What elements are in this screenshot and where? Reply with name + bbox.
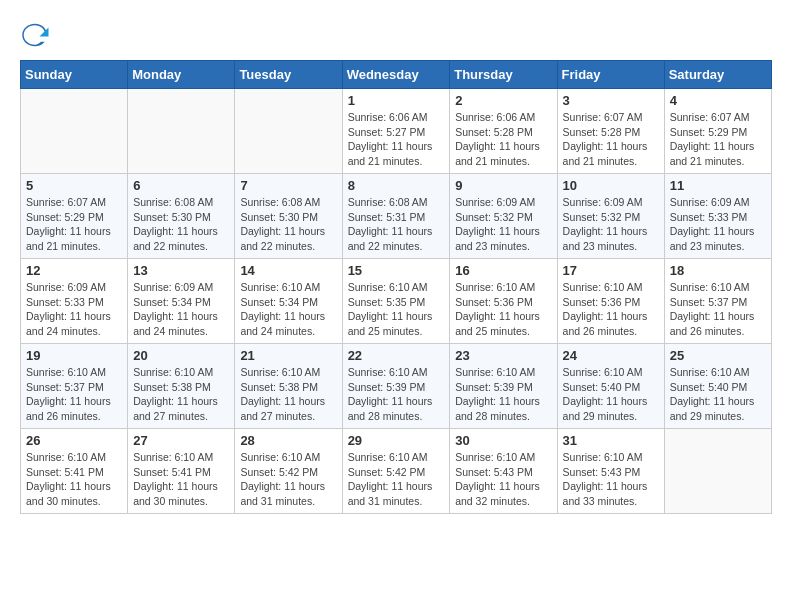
calendar-header-thursday: Thursday	[450, 61, 557, 89]
calendar-cell: 22Sunrise: 6:10 AM Sunset: 5:39 PM Dayli…	[342, 344, 450, 429]
day-info: Sunrise: 6:08 AM Sunset: 5:30 PM Dayligh…	[240, 195, 336, 254]
day-info: Sunrise: 6:10 AM Sunset: 5:39 PM Dayligh…	[348, 365, 445, 424]
page-header	[20, 20, 772, 50]
day-number: 3	[563, 93, 659, 108]
day-info: Sunrise: 6:10 AM Sunset: 5:38 PM Dayligh…	[133, 365, 229, 424]
day-info: Sunrise: 6:10 AM Sunset: 5:36 PM Dayligh…	[563, 280, 659, 339]
day-info: Sunrise: 6:10 AM Sunset: 5:35 PM Dayligh…	[348, 280, 445, 339]
calendar-week-2: 5Sunrise: 6:07 AM Sunset: 5:29 PM Daylig…	[21, 174, 772, 259]
day-number: 19	[26, 348, 122, 363]
day-number: 6	[133, 178, 229, 193]
calendar-cell	[128, 89, 235, 174]
day-info: Sunrise: 6:10 AM Sunset: 5:34 PM Dayligh…	[240, 280, 336, 339]
calendar-cell: 16Sunrise: 6:10 AM Sunset: 5:36 PM Dayli…	[450, 259, 557, 344]
day-number: 16	[455, 263, 551, 278]
day-info: Sunrise: 6:08 AM Sunset: 5:30 PM Dayligh…	[133, 195, 229, 254]
calendar-cell: 23Sunrise: 6:10 AM Sunset: 5:39 PM Dayli…	[450, 344, 557, 429]
day-number: 11	[670, 178, 766, 193]
day-info: Sunrise: 6:09 AM Sunset: 5:33 PM Dayligh…	[26, 280, 122, 339]
day-info: Sunrise: 6:10 AM Sunset: 5:40 PM Dayligh…	[670, 365, 766, 424]
day-info: Sunrise: 6:07 AM Sunset: 5:29 PM Dayligh…	[26, 195, 122, 254]
calendar-cell: 29Sunrise: 6:10 AM Sunset: 5:42 PM Dayli…	[342, 429, 450, 514]
calendar-cell: 3Sunrise: 6:07 AM Sunset: 5:28 PM Daylig…	[557, 89, 664, 174]
day-number: 27	[133, 433, 229, 448]
day-number: 13	[133, 263, 229, 278]
day-info: Sunrise: 6:09 AM Sunset: 5:34 PM Dayligh…	[133, 280, 229, 339]
calendar-week-5: 26Sunrise: 6:10 AM Sunset: 5:41 PM Dayli…	[21, 429, 772, 514]
calendar-cell: 6Sunrise: 6:08 AM Sunset: 5:30 PM Daylig…	[128, 174, 235, 259]
day-number: 23	[455, 348, 551, 363]
day-info: Sunrise: 6:10 AM Sunset: 5:40 PM Dayligh…	[563, 365, 659, 424]
calendar-cell: 18Sunrise: 6:10 AM Sunset: 5:37 PM Dayli…	[664, 259, 771, 344]
calendar-cell: 25Sunrise: 6:10 AM Sunset: 5:40 PM Dayli…	[664, 344, 771, 429]
logo	[20, 20, 55, 50]
day-number: 21	[240, 348, 336, 363]
calendar-cell: 12Sunrise: 6:09 AM Sunset: 5:33 PM Dayli…	[21, 259, 128, 344]
day-info: Sunrise: 6:10 AM Sunset: 5:42 PM Dayligh…	[240, 450, 336, 509]
calendar-cell: 30Sunrise: 6:10 AM Sunset: 5:43 PM Dayli…	[450, 429, 557, 514]
day-number: 17	[563, 263, 659, 278]
day-info: Sunrise: 6:09 AM Sunset: 5:33 PM Dayligh…	[670, 195, 766, 254]
calendar-header-wednesday: Wednesday	[342, 61, 450, 89]
day-number: 7	[240, 178, 336, 193]
day-info: Sunrise: 6:08 AM Sunset: 5:31 PM Dayligh…	[348, 195, 445, 254]
day-info: Sunrise: 6:06 AM Sunset: 5:28 PM Dayligh…	[455, 110, 551, 169]
day-info: Sunrise: 6:10 AM Sunset: 5:38 PM Dayligh…	[240, 365, 336, 424]
day-number: 26	[26, 433, 122, 448]
calendar-cell	[664, 429, 771, 514]
day-number: 2	[455, 93, 551, 108]
day-info: Sunrise: 6:10 AM Sunset: 5:41 PM Dayligh…	[26, 450, 122, 509]
day-number: 12	[26, 263, 122, 278]
calendar-table: SundayMondayTuesdayWednesdayThursdayFrid…	[20, 60, 772, 514]
calendar-cell: 20Sunrise: 6:10 AM Sunset: 5:38 PM Dayli…	[128, 344, 235, 429]
day-info: Sunrise: 6:10 AM Sunset: 5:36 PM Dayligh…	[455, 280, 551, 339]
calendar-week-3: 12Sunrise: 6:09 AM Sunset: 5:33 PM Dayli…	[21, 259, 772, 344]
day-number: 25	[670, 348, 766, 363]
day-number: 31	[563, 433, 659, 448]
calendar-header-tuesday: Tuesday	[235, 61, 342, 89]
day-number: 1	[348, 93, 445, 108]
day-number: 29	[348, 433, 445, 448]
day-number: 8	[348, 178, 445, 193]
day-number: 4	[670, 93, 766, 108]
day-number: 18	[670, 263, 766, 278]
day-number: 24	[563, 348, 659, 363]
day-number: 20	[133, 348, 229, 363]
day-number: 14	[240, 263, 336, 278]
calendar-cell	[21, 89, 128, 174]
calendar-cell: 15Sunrise: 6:10 AM Sunset: 5:35 PM Dayli…	[342, 259, 450, 344]
calendar-week-4: 19Sunrise: 6:10 AM Sunset: 5:37 PM Dayli…	[21, 344, 772, 429]
day-info: Sunrise: 6:10 AM Sunset: 5:43 PM Dayligh…	[563, 450, 659, 509]
calendar-cell: 28Sunrise: 6:10 AM Sunset: 5:42 PM Dayli…	[235, 429, 342, 514]
calendar-cell: 8Sunrise: 6:08 AM Sunset: 5:31 PM Daylig…	[342, 174, 450, 259]
calendar-cell: 11Sunrise: 6:09 AM Sunset: 5:33 PM Dayli…	[664, 174, 771, 259]
day-number: 5	[26, 178, 122, 193]
day-info: Sunrise: 6:10 AM Sunset: 5:39 PM Dayligh…	[455, 365, 551, 424]
calendar-cell	[235, 89, 342, 174]
day-number: 10	[563, 178, 659, 193]
day-info: Sunrise: 6:10 AM Sunset: 5:43 PM Dayligh…	[455, 450, 551, 509]
calendar-cell: 1Sunrise: 6:06 AM Sunset: 5:27 PM Daylig…	[342, 89, 450, 174]
day-info: Sunrise: 6:09 AM Sunset: 5:32 PM Dayligh…	[455, 195, 551, 254]
calendar-cell: 14Sunrise: 6:10 AM Sunset: 5:34 PM Dayli…	[235, 259, 342, 344]
calendar-header-row: SundayMondayTuesdayWednesdayThursdayFrid…	[21, 61, 772, 89]
day-number: 22	[348, 348, 445, 363]
day-info: Sunrise: 6:07 AM Sunset: 5:28 PM Dayligh…	[563, 110, 659, 169]
calendar-cell: 19Sunrise: 6:10 AM Sunset: 5:37 PM Dayli…	[21, 344, 128, 429]
calendar-header-saturday: Saturday	[664, 61, 771, 89]
day-number: 9	[455, 178, 551, 193]
calendar-cell: 31Sunrise: 6:10 AM Sunset: 5:43 PM Dayli…	[557, 429, 664, 514]
day-number: 15	[348, 263, 445, 278]
day-info: Sunrise: 6:07 AM Sunset: 5:29 PM Dayligh…	[670, 110, 766, 169]
calendar-cell: 10Sunrise: 6:09 AM Sunset: 5:32 PM Dayli…	[557, 174, 664, 259]
calendar-cell: 26Sunrise: 6:10 AM Sunset: 5:41 PM Dayli…	[21, 429, 128, 514]
calendar-cell: 24Sunrise: 6:10 AM Sunset: 5:40 PM Dayli…	[557, 344, 664, 429]
calendar-cell: 7Sunrise: 6:08 AM Sunset: 5:30 PM Daylig…	[235, 174, 342, 259]
calendar-cell: 27Sunrise: 6:10 AM Sunset: 5:41 PM Dayli…	[128, 429, 235, 514]
day-info: Sunrise: 6:09 AM Sunset: 5:32 PM Dayligh…	[563, 195, 659, 254]
day-info: Sunrise: 6:10 AM Sunset: 5:37 PM Dayligh…	[670, 280, 766, 339]
day-info: Sunrise: 6:06 AM Sunset: 5:27 PM Dayligh…	[348, 110, 445, 169]
calendar-cell: 21Sunrise: 6:10 AM Sunset: 5:38 PM Dayli…	[235, 344, 342, 429]
calendar-cell: 2Sunrise: 6:06 AM Sunset: 5:28 PM Daylig…	[450, 89, 557, 174]
calendar-cell: 9Sunrise: 6:09 AM Sunset: 5:32 PM Daylig…	[450, 174, 557, 259]
